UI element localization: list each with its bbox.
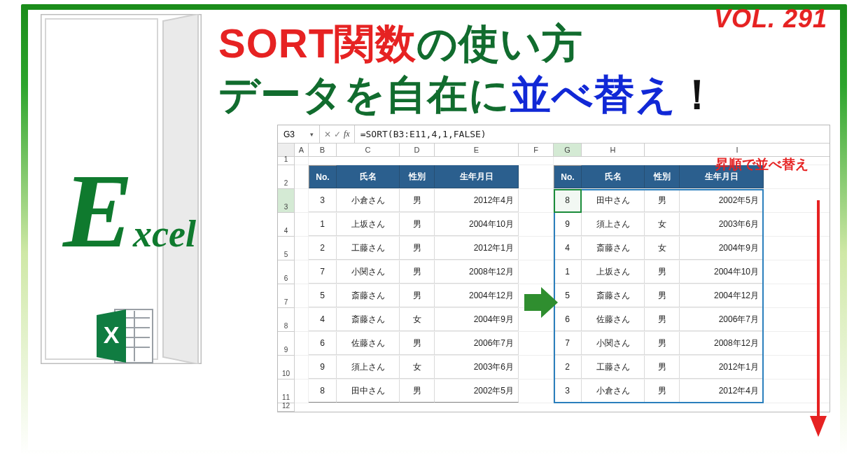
- table-cell[interactable]: 2012年1月: [435, 237, 519, 260]
- table-cell[interactable]: 2004年9月: [435, 308, 519, 331]
- table-cell[interactable]: 小倉さん: [337, 189, 400, 212]
- table-cell[interactable]: 斎藤さん: [582, 237, 645, 260]
- table-cell[interactable]: 2002年5月: [435, 379, 519, 403]
- table-cell[interactable]: 2003年6月: [680, 213, 764, 236]
- cancel-icon[interactable]: ✕: [324, 130, 331, 139]
- table-cell[interactable]: 小倉さん: [582, 379, 645, 403]
- col-header-I[interactable]: I: [645, 144, 830, 156]
- row-header-8[interactable]: 8: [278, 308, 295, 332]
- table-cell[interactable]: 男: [645, 189, 680, 212]
- table-cell[interactable]: 男: [400, 213, 435, 236]
- table-cell[interactable]: 男: [400, 332, 435, 355]
- table-cell[interactable]: 2004年10月: [680, 260, 764, 284]
- table-cell[interactable]: 9: [309, 356, 337, 379]
- row-header-11[interactable]: 11: [278, 379, 295, 403]
- table-cell[interactable]: 男: [645, 332, 680, 355]
- grid-cells[interactable]: 昇順で並べ替え No. 氏名 性別 生年月日 N: [295, 157, 830, 412]
- table-cell[interactable]: 上坂さん: [582, 260, 645, 284]
- table-cell[interactable]: 佐藤さん: [582, 308, 645, 331]
- table-cell[interactable]: 男: [645, 356, 680, 379]
- table-cell[interactable]: 田中さん: [582, 189, 645, 212]
- table-cell[interactable]: 斎藤さん: [337, 308, 400, 331]
- table-cell[interactable]: 7: [309, 260, 337, 284]
- col-header-H[interactable]: H: [582, 144, 645, 156]
- table-cell[interactable]: 6: [309, 332, 337, 355]
- row-header-5[interactable]: 5: [278, 237, 295, 260]
- table-cell[interactable]: 6: [554, 308, 582, 331]
- col-header-A[interactable]: A: [295, 144, 309, 156]
- row-header-6[interactable]: 6: [278, 260, 295, 284]
- table-cell[interactable]: 2: [554, 356, 582, 379]
- select-all-corner[interactable]: [278, 144, 295, 156]
- table-cell[interactable]: 2012年4月: [680, 379, 764, 403]
- table-cell[interactable]: 1: [554, 260, 582, 284]
- col-header-G[interactable]: G: [554, 144, 582, 156]
- table-cell[interactable]: 小関さん: [582, 332, 645, 355]
- table-cell[interactable]: 男: [645, 379, 680, 403]
- table-cell[interactable]: 工藤さん: [582, 356, 645, 379]
- row-header-2[interactable]: 2: [278, 165, 295, 189]
- table-cell[interactable]: 8: [554, 189, 582, 212]
- table-cell[interactable]: 女: [645, 237, 680, 260]
- row-header-9[interactable]: 9: [278, 332, 295, 356]
- table-cell[interactable]: 男: [645, 308, 680, 331]
- table-cell[interactable]: 2: [309, 237, 337, 260]
- col-header-E[interactable]: E: [435, 144, 519, 156]
- table-cell[interactable]: 3: [309, 189, 337, 212]
- col-header-B[interactable]: B: [309, 144, 337, 156]
- table-cell[interactable]: 5: [309, 284, 337, 307]
- col-header-F[interactable]: F: [519, 144, 554, 156]
- fx-icon[interactable]: fx: [344, 129, 350, 139]
- table-cell[interactable]: 田中さん: [337, 379, 400, 403]
- table-cell[interactable]: 2002年5月: [680, 189, 764, 212]
- table-cell[interactable]: 須上さん: [337, 356, 400, 379]
- table-cell[interactable]: 男: [400, 379, 435, 403]
- table-cell[interactable]: 7: [554, 332, 582, 355]
- table-cell[interactable]: 4: [309, 308, 337, 331]
- table-cell[interactable]: 女: [400, 308, 435, 331]
- table-cell[interactable]: 2006年7月: [435, 332, 519, 355]
- row-header-12[interactable]: 12: [278, 403, 295, 412]
- name-box[interactable]: G3 ▾: [278, 125, 320, 143]
- table-cell[interactable]: 2004年10月: [435, 213, 519, 236]
- table-cell[interactable]: 女: [400, 356, 435, 379]
- table-cell[interactable]: 1: [309, 213, 337, 236]
- table-cell[interactable]: 2004年12月: [435, 284, 519, 307]
- table-cell[interactable]: 斎藤さん: [582, 284, 645, 307]
- accept-icon[interactable]: ✓: [334, 130, 341, 139]
- table-cell[interactable]: 5: [554, 284, 582, 307]
- table-cell[interactable]: 2008年12月: [435, 260, 519, 284]
- table-cell[interactable]: 4: [554, 237, 582, 260]
- table-cell[interactable]: 男: [645, 260, 680, 284]
- table-cell[interactable]: 2012年4月: [435, 189, 519, 212]
- table-cell[interactable]: 3: [554, 379, 582, 403]
- row-header-4[interactable]: 4: [278, 213, 295, 237]
- table-cell[interactable]: 男: [400, 189, 435, 212]
- table-cell[interactable]: 2008年12月: [680, 332, 764, 355]
- table-cell[interactable]: 2006年7月: [680, 308, 764, 331]
- table-cell[interactable]: 9: [554, 213, 582, 236]
- col-header-D[interactable]: D: [400, 144, 435, 156]
- col-header-C[interactable]: C: [337, 144, 400, 156]
- table-cell[interactable]: 男: [400, 237, 435, 260]
- row-header-7[interactable]: 7: [278, 284, 295, 308]
- table-cell[interactable]: 須上さん: [582, 213, 645, 236]
- row-header-3[interactable]: 3: [278, 189, 295, 213]
- table-cell[interactable]: 斎藤さん: [337, 284, 400, 307]
- table-cell[interactable]: 女: [645, 213, 680, 236]
- row-header-1[interactable]: 1: [278, 157, 295, 165]
- table-cell[interactable]: 男: [645, 284, 680, 307]
- formula-input[interactable]: =SORT(B3:E11,4,1,FALSE): [355, 129, 492, 139]
- table-cell[interactable]: 男: [400, 260, 435, 284]
- table-cell[interactable]: 佐藤さん: [337, 332, 400, 355]
- table-cell[interactable]: 2004年9月: [680, 237, 764, 260]
- table-cell[interactable]: 男: [400, 284, 435, 307]
- table-cell[interactable]: 上坂さん: [337, 213, 400, 236]
- table-cell[interactable]: 工藤さん: [337, 237, 400, 260]
- table-cell[interactable]: 8: [309, 379, 337, 403]
- table-cell[interactable]: 2003年6月: [435, 356, 519, 379]
- table-cell[interactable]: 2004年12月: [680, 284, 764, 307]
- table-cell[interactable]: 2012年1月: [680, 356, 764, 379]
- row-header-10[interactable]: 10: [278, 356, 295, 379]
- table-cell[interactable]: 小関さん: [337, 260, 400, 284]
